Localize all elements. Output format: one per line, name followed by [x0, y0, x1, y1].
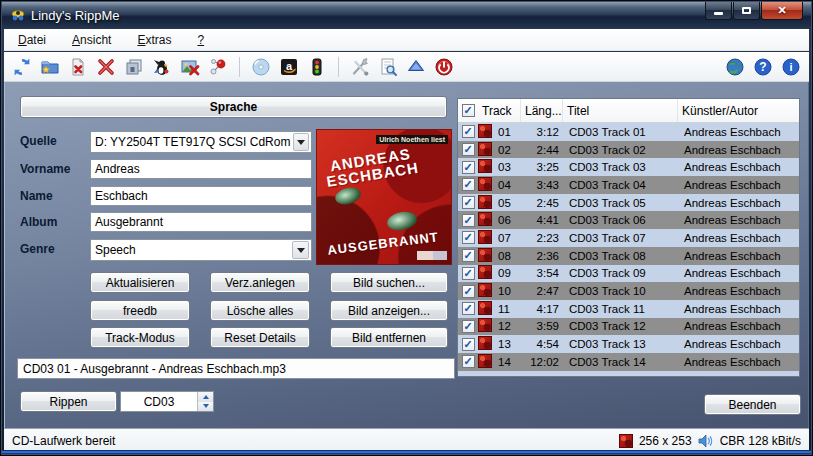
- minimize-button[interactable]: [705, 2, 732, 20]
- column-header-2[interactable]: Titel: [563, 99, 678, 122]
- delete-file-icon[interactable]: [68, 57, 88, 77]
- menu-item-ansicht[interactable]: Ansicht: [72, 33, 111, 47]
- select-all-checkbox[interactable]: ✓: [458, 104, 478, 117]
- track-row[interactable]: ✓033:25CD03 Track 03Andreas Eschbach: [458, 158, 799, 176]
- track-number: 01: [496, 126, 523, 138]
- aktualisieren-button[interactable]: Aktualisieren: [90, 272, 190, 293]
- cover-publisher-logo: [417, 251, 447, 260]
- track-title: CD03 Track 08: [565, 250, 680, 262]
- track-row[interactable]: ✓064:41CD03 Track 06Andreas Eschbach: [458, 211, 799, 229]
- bitrate-text: CBR 128 kBit/s: [720, 434, 801, 448]
- help-icon[interactable]: ?: [753, 57, 773, 77]
- track-row[interactable]: ✓013:12CD03 Track 01Andreas Eschbach: [458, 123, 799, 141]
- title-bar[interactable]: Lindy's RippMe ✕: [2, 2, 811, 29]
- track-artist: Andreas Eschbach: [680, 320, 799, 332]
- refresh-icon[interactable]: [12, 57, 32, 77]
- track-row[interactable]: ✓022:44CD03 Track 02Andreas Eschbach: [458, 141, 799, 159]
- menu-item-[interactable]: ?: [197, 33, 204, 47]
- track-length: 3:43: [523, 179, 565, 191]
- molecule-icon[interactable]: [208, 57, 228, 77]
- track-title: CD03 Track 14: [565, 356, 680, 368]
- name-input[interactable]: Eschbach: [90, 186, 312, 206]
- tools-icon[interactable]: [350, 57, 370, 77]
- cd-icon[interactable]: [251, 57, 271, 77]
- traffic-light-icon[interactable]: [307, 57, 327, 77]
- track-checkbox[interactable]: ✓: [458, 338, 478, 351]
- bild-anzeigen-button[interactable]: Bild anzeigen...: [330, 300, 448, 321]
- freedb-button[interactable]: freedb: [90, 300, 190, 321]
- rippen-button[interactable]: Rippen: [20, 391, 117, 412]
- column-header-3[interactable]: Künstler/Autor: [678, 99, 799, 122]
- track-row[interactable]: ✓134:54CD03 Track 13Andreas Eschbach: [458, 335, 799, 353]
- track-checkbox[interactable]: ✓: [458, 355, 478, 368]
- delete-icon[interactable]: [96, 57, 116, 77]
- copy-icon[interactable]: [124, 57, 144, 77]
- track-row[interactable]: ✓052:45CD03 Track 05Andreas Eschbach: [458, 194, 799, 212]
- close-button[interactable]: ✕: [761, 2, 803, 20]
- bird-tag-icon[interactable]: [152, 57, 172, 77]
- quelle-dropdown[interactable]: D: YY2504T TET917Q SCSI CdRom Dev: [90, 131, 312, 153]
- column-header-0[interactable]: Track: [478, 99, 521, 122]
- info-icon[interactable]: i: [781, 57, 801, 77]
- track-row[interactable]: ✓093:54CD03 Track 09Andreas Eschbach: [458, 265, 799, 283]
- cd-number-value[interactable]: CD03: [121, 392, 197, 411]
- chevron-down-icon[interactable]: [293, 133, 309, 151]
- image-size-text: 256 x 253: [639, 434, 692, 448]
- track-row[interactable]: ✓082:36CD03 Track 08Andreas Eschbach: [458, 247, 799, 265]
- track-checkbox[interactable]: ✓: [458, 302, 478, 315]
- track-cover-thumb: [478, 195, 496, 211]
- remove-image-icon[interactable]: [180, 57, 200, 77]
- track-modus-button[interactable]: Track-Modus: [90, 327, 190, 348]
- track-row[interactable]: ✓072:23CD03 Track 07Andreas Eschbach: [458, 229, 799, 247]
- new-folder-icon[interactable]: [40, 57, 60, 77]
- track-row[interactable]: ✓114:17CD03 Track 11Andreas Eschbach: [458, 300, 799, 318]
- track-checkbox[interactable]: ✓: [458, 320, 478, 333]
- menu-item-extras[interactable]: Extras: [137, 33, 171, 47]
- track-checkbox[interactable]: ✓: [458, 125, 478, 138]
- output-filename[interactable]: CD03 01 - Ausgebrannt - Andreas Eschbach…: [17, 358, 455, 379]
- track-row[interactable]: ✓043:43CD03 Track 04Andreas Eschbach: [458, 176, 799, 194]
- track-artist: Andreas Eschbach: [680, 126, 799, 138]
- column-header-1[interactable]: Läng...: [521, 99, 563, 122]
- maximize-button[interactable]: [733, 2, 760, 20]
- track-checkbox[interactable]: ✓: [458, 196, 478, 209]
- track-cover-thumb: [478, 283, 496, 299]
- vorname-input[interactable]: Andreas: [90, 159, 312, 179]
- verz-anlegen-button[interactable]: Verz.anlegen: [210, 272, 310, 293]
- app-window: Lindy's RippMe ✕ DateiAnsichtExtras? a?i…: [0, 0, 813, 456]
- track-checkbox[interactable]: ✓: [458, 143, 478, 156]
- track-number: 13: [496, 338, 523, 350]
- track-row[interactable]: ✓123:59CD03 Track 12Andreas Eschbach: [458, 318, 799, 336]
- track-title: CD03 Track 09: [565, 267, 680, 279]
- chevron-down-icon[interactable]: [292, 241, 309, 259]
- album-label: Album: [20, 215, 57, 229]
- bild-suchen-button[interactable]: Bild suchen...: [330, 272, 448, 293]
- track-checkbox[interactable]: ✓: [458, 161, 478, 174]
- track-checkbox[interactable]: ✓: [458, 285, 478, 298]
- album-input[interactable]: Ausgebrannt: [90, 212, 312, 232]
- track-checkbox[interactable]: ✓: [458, 231, 478, 244]
- power-icon[interactable]: [434, 57, 454, 77]
- spinner-down-button[interactable]: [198, 402, 213, 412]
- amazon-icon[interactable]: a: [279, 57, 299, 77]
- reset-details-button[interactable]: Reset Details: [210, 327, 310, 348]
- eject-icon[interactable]: [406, 57, 426, 77]
- genre-dropdown[interactable]: Speech: [90, 239, 312, 261]
- track-row[interactable]: ✓102:47CD03 Track 10Andreas Eschbach: [458, 282, 799, 300]
- track-checkbox[interactable]: ✓: [458, 249, 478, 262]
- lösche-alles-button[interactable]: Lösche alles: [210, 300, 310, 321]
- cd-number-spinner[interactable]: CD03: [120, 391, 214, 412]
- preview-icon[interactable]: [378, 57, 398, 77]
- menu-item-datei[interactable]: Datei: [18, 33, 46, 47]
- spinner-up-button[interactable]: [198, 392, 213, 402]
- sprache-button[interactable]: Sprache: [20, 96, 447, 118]
- track-checkbox[interactable]: ✓: [458, 267, 478, 280]
- track-list-header[interactable]: ✓TrackLäng...TitelKünstler/Autor: [458, 99, 799, 123]
- track-checkbox[interactable]: ✓: [458, 178, 478, 191]
- beenden-button[interactable]: Beenden: [704, 394, 801, 415]
- track-row[interactable]: ✓1412:02CD03 Track 14Andreas Eschbach: [458, 353, 799, 371]
- track-length: 2:36: [523, 250, 565, 262]
- bild-entfernen-button[interactable]: Bild entfernen: [330, 327, 448, 348]
- web-icon[interactable]: [725, 57, 745, 77]
- track-checkbox[interactable]: ✓: [458, 214, 478, 227]
